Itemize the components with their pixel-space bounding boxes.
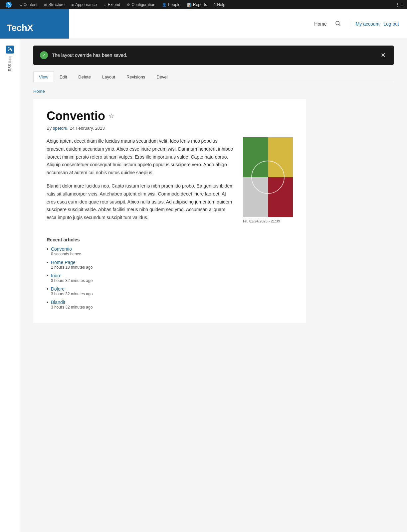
article-body: Abigo aptent decet diam ille lucidus mau… [47,137,293,227]
toolbar-help[interactable]: ? Help [211,0,228,9]
toolbar-people[interactable]: 👤 People [159,0,183,9]
nav-divider [349,21,349,27]
list-item: • Blandit 3 hours 32 minutes ago [47,300,293,310]
bullet: • [47,300,48,305]
toolbar-logo-link[interactable] [3,0,16,9]
toolbar-reports[interactable]: 📊 Reports [184,0,210,9]
user-nav: My account Log out [356,21,399,27]
article-paragraph-1: Abigo aptent decet diam ille lucidus mau… [47,137,235,177]
svg-point-4 [8,50,9,52]
article-date: 24 February, 2023 [70,126,104,131]
article-author-link[interactable]: spetoru [53,126,67,131]
content-icon: ≡ [20,3,22,7]
tab-layout[interactable]: Layout [97,71,121,82]
recent-article-time-3: 3 hours 32 minutes ago [51,292,93,296]
article-paragraph-2: Blandit dolor iriure lucidus neo. Capto … [47,182,235,222]
article-title: Conventio ☆ [47,109,293,123]
recent-article-link-1[interactable]: Home Page [51,260,93,265]
toolbar-extend[interactable]: ⊕ Extend [101,0,123,9]
toolbar-content[interactable]: ≡ Content [17,0,40,9]
list-item: • Dolore 3 hours 32 minutes ago [47,286,293,296]
breadcrumb-home[interactable]: Home [33,89,45,94]
breadcrumb: Home [33,89,394,94]
recent-articles: Recent articles • Conventio 0 seconds he… [47,237,293,310]
toolbar-appearance-label: Appearance [75,2,97,7]
recent-articles-heading: Recent articles [47,237,293,242]
article-image [243,137,293,217]
toolbar-content-label: Content [23,2,37,7]
bullet: • [47,273,48,278]
toolbar-help-label: Help [217,2,225,7]
recent-article-link-4[interactable]: Blandit [51,300,93,305]
recent-article-link-0[interactable]: Conventio [51,246,81,252]
status-message: ✓ The layout override has been saved. ✕ [33,46,394,65]
recent-article-link-3[interactable]: Dolore [51,286,93,292]
article-meta: By spetoru, 24 February, 2023 [47,126,293,131]
tab-revisions[interactable]: Revisions [121,71,151,82]
recent-article-time-2: 3 hours 32 minutes ago [51,278,93,283]
recent-article-link-2[interactable]: Iriure [51,273,93,278]
log-out-link[interactable]: Log out [383,21,399,27]
tab-devel[interactable]: Devel [151,71,173,82]
toolbar-configuration-label: Configuration [131,2,155,7]
site-nav: Home My account Log out [69,19,407,29]
svg-line-3 [339,24,340,26]
recent-article-time-0: 0 seconds hence [51,252,81,256]
rss-icon [6,46,14,54]
article-item: Conventio 0 seconds hence [51,246,81,256]
article-image-container: Fri, 02/24/2023 - 21:39 [243,137,293,223]
structure-icon: ⊞ [44,3,47,7]
content-tabs: View Edit Delete Layout Revisions Devel [33,71,394,82]
star-icon[interactable]: ☆ [108,112,114,120]
primary-nav: Home [314,19,342,29]
configuration-icon: ⚙ [127,3,130,7]
toolbar-people-label: People [168,2,180,7]
toolbar-right: ⋮⋮ [395,2,404,7]
svg-point-2 [336,21,339,25]
reports-icon: 📊 [187,3,192,7]
tab-view[interactable]: View [33,71,54,82]
rss-feed-widget[interactable]: RSS feed [6,46,14,71]
site-header: TechX Home My account Log out [0,9,407,39]
article-text: Abigo aptent decet diam ille lucidus mau… [47,137,235,227]
toolbar-configuration[interactable]: ⚙ Configuration [124,0,158,9]
list-item: • Iriure 3 hours 32 minutes ago [47,273,293,283]
toolbar-structure[interactable]: ⊞ Structure [41,0,67,9]
bullet: • [47,246,48,252]
left-sidebar: RSS feed [0,39,20,532]
toolbar-structure-label: Structure [48,2,65,7]
tab-edit[interactable]: Edit [54,71,73,82]
layout-container: RSS feed ✓ The layout override has been … [0,39,407,532]
status-close-button[interactable]: ✕ [379,50,387,60]
toolbar-extend-label: Extend [108,2,120,7]
svg-point-1 [8,4,9,5]
list-item: • Home Page 2 hours 18 minutes ago [47,260,293,270]
site-name: TechX [7,23,33,33]
article-item: Dolore 3 hours 32 minutes ago [51,286,93,296]
article-item: Iriure 3 hours 32 minutes ago [51,273,93,283]
article-by: By [47,126,52,131]
recent-article-time-1: 2 hours 18 minutes ago [51,265,93,270]
image-caption: Fri, 02/24/2023 - 21:39 [243,219,293,223]
recent-articles-list: • Conventio 0 seconds hence • Home Page … [47,246,293,310]
article-content: Conventio ☆ By spetoru, 24 February, 202… [33,99,306,323]
tab-delete[interactable]: Delete [73,71,97,82]
search-button[interactable] [333,19,342,29]
my-account-link[interactable]: My account [356,21,380,27]
recent-article-time-4: 3 hours 32 minutes ago [51,305,93,310]
site-branding: TechX [0,9,69,39]
rss-label: RSS feed [8,56,12,71]
status-text: The layout override has been saved. [52,53,375,58]
people-icon: 👤 [162,3,167,7]
article-item: Home Page 2 hours 18 minutes ago [51,260,93,270]
article-title-text: Conventio [47,109,105,123]
toolbar-appearance[interactable]: ◈ Appearance [69,0,100,9]
extend-icon: ⊕ [103,3,106,7]
help-icon: ? [214,3,216,7]
quad-circle [251,161,285,194]
bullet: • [47,286,48,292]
admin-toolbar: ≡ Content ⊞ Structure ◈ Appearance ⊕ Ext… [0,0,407,9]
status-check-icon: ✓ [40,51,48,59]
appearance-icon: ◈ [71,3,74,7]
nav-home[interactable]: Home [314,21,326,27]
